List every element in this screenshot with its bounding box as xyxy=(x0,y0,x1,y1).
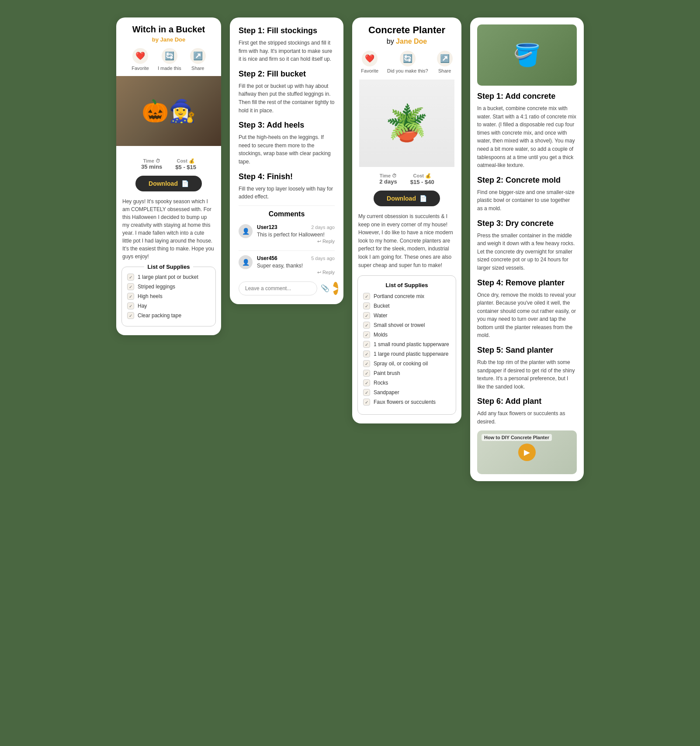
comment-header: User456 5 days ago xyxy=(257,255,335,261)
user-avatar: 👤 xyxy=(239,224,253,238)
favorite-action[interactable]: ❤️ Favorite xyxy=(132,48,149,71)
panel3-supplies-box: List of Supplies ✓Portland concrete mix … xyxy=(357,275,456,415)
cost-label: Cost 💰 xyxy=(175,158,196,164)
step2-text: Find one bigger-size and one smaller-siz… xyxy=(477,188,577,213)
panel3-meta: Time ⏱ 2 days Cost 💰 $15 - $40 xyxy=(359,173,454,185)
video-label: How to DIY Concrete Planter xyxy=(482,434,552,441)
plant-emoji-icon: 🪴 xyxy=(385,103,429,144)
time-label: Time ⏱ xyxy=(379,173,397,178)
panel1-title: Witch in a Bucket xyxy=(123,24,214,35)
supply-item: ✓Molds xyxy=(363,331,450,338)
reply-button[interactable]: ↩ Reply xyxy=(257,270,335,275)
panel3-author: by Jane Doe xyxy=(359,38,454,45)
supply-label: 1 large plant pot or bucket xyxy=(138,274,198,280)
step4-text: Fill the very top layer loosely with hay… xyxy=(239,185,335,201)
time-value: 35 mins xyxy=(141,163,162,170)
time-value: 2 days xyxy=(379,178,397,185)
made-this-action[interactable]: 🔄 I made this xyxy=(158,48,181,71)
supply-item: ✓ High heels xyxy=(127,293,210,300)
supply-item: ✓ Striped leggings xyxy=(127,283,210,290)
panel3-download-button[interactable]: Download 📄 xyxy=(374,191,440,206)
check-icon: ✓ xyxy=(363,341,370,348)
step3-heading: Step 3: Add heels xyxy=(239,121,335,130)
panel3-description: My current obsession is succulents & I k… xyxy=(352,212,461,269)
panel1-description: Hey guys! It's spooky season which I am … xyxy=(116,198,221,260)
divider xyxy=(239,205,335,206)
send-button[interactable]: ▶ xyxy=(333,282,338,295)
supplies-title: List of Supplies xyxy=(363,282,450,288)
steps-comments-card: Step 1: Fill stockings First get the str… xyxy=(230,17,343,304)
play-button[interactable]: ▶ xyxy=(518,444,536,461)
supply-item: ✓ 1 large plant pot or bucket xyxy=(127,274,210,281)
made-this-label: Did you make this? xyxy=(387,68,428,73)
step2-heading: Step 2: Concrete mold xyxy=(477,176,577,185)
comments-section: Comments 👤 User123 2 days ago This is pe… xyxy=(239,210,335,295)
supply-label: Clear packing tape xyxy=(138,312,181,319)
heart-icon: ❤️ xyxy=(132,48,148,64)
step2-heading: Step 2: Fill bucket xyxy=(239,69,335,79)
supply-label: Hay xyxy=(138,303,147,309)
supply-item: ✓1 large round plastic tupperware xyxy=(363,350,450,357)
plant-image: 🪴 xyxy=(359,80,454,167)
comment-time: 5 days ago xyxy=(311,256,335,261)
check-icon: ✓ xyxy=(127,274,134,281)
attach-icon[interactable]: 📎 xyxy=(321,284,329,292)
favorite-action[interactable]: ❤️ Favorite xyxy=(361,51,378,73)
step4-text: Once dry, remove the molds to reveal you… xyxy=(477,291,577,340)
step6-text: Add any faux flowers or succulents as de… xyxy=(477,409,577,426)
panel1-download-button[interactable]: Download 📄 xyxy=(135,176,202,191)
check-icon: ✓ xyxy=(363,312,370,319)
check-icon: ✓ xyxy=(127,302,134,309)
supply-item: ✓Paint brush xyxy=(363,370,450,377)
comment-username: User123 xyxy=(257,224,277,230)
check-icon: ✓ xyxy=(363,370,370,377)
supply-item: ✓Small shovel or trowel xyxy=(363,322,450,329)
check-icon: ✓ xyxy=(127,283,134,290)
time-label: Time ⏱ xyxy=(141,158,162,163)
check-icon: ✓ xyxy=(363,379,370,386)
check-icon: ✓ xyxy=(363,293,370,300)
share-icon: ↗️ xyxy=(190,48,206,64)
download-label: Download xyxy=(387,195,416,202)
user-avatar: 👤 xyxy=(239,255,253,269)
step2-text: Fill the pot or bucket up with hay about… xyxy=(239,82,335,115)
step1-heading: Step 1: Add concrete xyxy=(477,92,577,101)
step5-text: Rub the top rim of the planter with some… xyxy=(477,358,577,391)
comment-body: User456 5 days ago Super easy, thanks! ↩… xyxy=(257,255,335,275)
reply-button[interactable]: ↩ Reply xyxy=(257,239,335,244)
supply-item: ✓Portland concrete mix xyxy=(363,293,450,300)
step3-heading: Step 3: Dry concrete xyxy=(477,219,577,228)
step4-heading: Step 4: Finish! xyxy=(239,172,335,181)
supply-item: ✓Rocks xyxy=(363,379,450,386)
share-action[interactable]: ↗️ Share xyxy=(437,51,453,73)
made-this-icon: 🔄 xyxy=(400,51,416,66)
concrete-image: 🪣 xyxy=(477,24,577,86)
download-label: Download xyxy=(149,180,178,187)
download-icon: 📄 xyxy=(419,195,427,202)
cost-value: $15 - $40 xyxy=(410,179,434,185)
check-icon: ✓ xyxy=(363,360,370,367)
comment-text: This is perfect for Halloween! xyxy=(257,232,335,238)
made-this-label: I made this xyxy=(158,66,181,71)
step1-text: First get the stripped stockings and fil… xyxy=(239,39,335,63)
video-thumbnail[interactable]: How to DIY Concrete Planter ▶ xyxy=(477,430,577,474)
check-icon: ✓ xyxy=(127,312,134,319)
step1-heading: Step 1: Fill stockings xyxy=(239,26,335,35)
supply-item: ✓Water xyxy=(363,312,450,319)
comments-title: Comments xyxy=(239,210,335,218)
share-action[interactable]: ↗️ Share xyxy=(190,48,206,71)
favorite-label: Favorite xyxy=(361,68,378,73)
share-label: Share xyxy=(438,68,451,73)
supply-label: High heels xyxy=(138,293,163,299)
step3-text: Put the high-heels on the leggings. If n… xyxy=(239,133,335,166)
divider xyxy=(239,250,335,251)
cost-value: $5 - $15 xyxy=(175,164,196,170)
comment-input[interactable] xyxy=(239,281,317,295)
concrete-planter-card: Concrete Planter by Jane Doe ❤️ Favorite… xyxy=(352,17,461,423)
made-this-action[interactable]: 🔄 Did you make this? xyxy=(387,51,428,73)
supply-item: ✓Sandpaper xyxy=(363,389,450,396)
supply-item: ✓ Clear packing tape xyxy=(127,312,210,319)
comment-text: Super easy, thanks! xyxy=(257,263,335,269)
step5-heading: Step 5: Sand planter xyxy=(477,346,577,355)
panel1-meta: Time ⏱ 35 mins Cost 💰 $5 - $15 xyxy=(123,158,214,170)
